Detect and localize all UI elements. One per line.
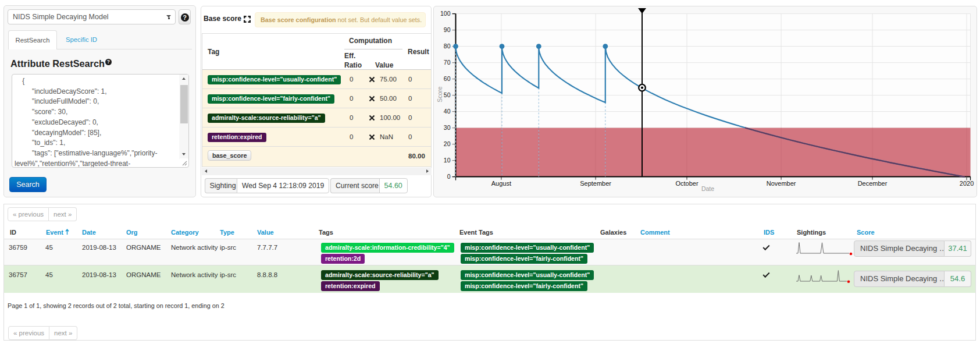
- svg-text:October: October: [675, 180, 698, 187]
- svg-text:November: November: [767, 180, 796, 187]
- svg-text:10: 10: [444, 157, 451, 164]
- svg-text:2020: 2020: [960, 180, 974, 187]
- svg-text:Date: Date: [701, 185, 714, 192]
- svg-text:Score: Score: [436, 86, 443, 102]
- svg-text:70: 70: [444, 59, 451, 66]
- svg-text:20: 20: [444, 140, 451, 147]
- svg-text:90: 90: [444, 26, 451, 33]
- svg-text:September: September: [580, 180, 611, 187]
- svg-text:80: 80: [444, 43, 451, 49]
- svg-text:40: 40: [444, 108, 451, 115]
- svg-text:December: December: [858, 180, 888, 187]
- svg-text:100: 100: [440, 10, 451, 17]
- svg-text:60: 60: [444, 75, 451, 82]
- svg-text:August: August: [491, 180, 511, 187]
- svg-text:50: 50: [444, 91, 451, 98]
- svg-text:30: 30: [444, 124, 451, 131]
- svg-text:0: 0: [447, 173, 451, 180]
